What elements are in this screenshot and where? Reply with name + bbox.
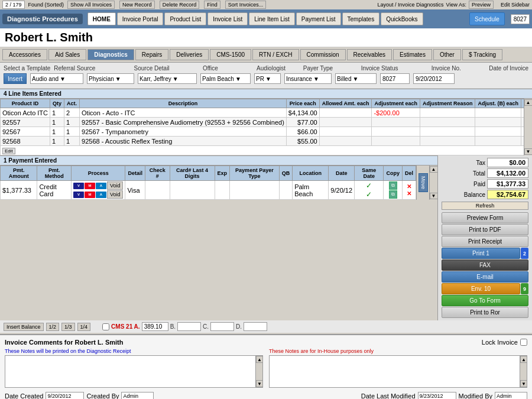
- payer-type-select[interactable]: Insurance▼: [284, 73, 332, 84]
- right-comment-textarea[interactable]: [269, 355, 520, 388]
- last-modified-input[interactable]: [418, 392, 456, 399]
- cms-a-input[interactable]: [142, 322, 168, 331]
- tab-invoice-list[interactable]: Invoice List: [207, 12, 248, 25]
- email-button[interactable]: E-mail: [442, 271, 528, 283]
- print-to-pdf-button[interactable]: Print to PDF: [442, 224, 528, 235]
- tab-templates[interactable]: Templates: [342, 12, 380, 25]
- col-del: Del: [402, 166, 416, 181]
- cell-qty: 1: [50, 127, 64, 137]
- patient-name: Robert L. Smith: [5, 31, 527, 44]
- cat-tab-cms1500[interactable]: CMS-1500: [210, 49, 251, 60]
- move-button[interactable]: Move: [419, 173, 428, 192]
- cms-checkbox[interactable]: [102, 323, 109, 330]
- env10-button[interactable]: Env. 10: [442, 283, 520, 294]
- void-button-2[interactable]: Void: [107, 190, 124, 199]
- invoice-number-display: 8027: [511, 14, 530, 24]
- office-label: Office: [203, 65, 218, 72]
- tab-schedule[interactable]: Schedule: [469, 12, 505, 25]
- cat-tab-tracking[interactable]: $ Tracking: [462, 49, 502, 60]
- cat-tab-aid-sales[interactable]: Aid Sales: [48, 49, 86, 60]
- left-scroll-down[interactable]: ▼: [256, 380, 263, 387]
- cell-description: 92568 - Acoustic Reflex Testing: [80, 137, 287, 146]
- modified-by-input[interactable]: [495, 392, 527, 399]
- print-to-ror-button[interactable]: Print to Ror: [442, 307, 528, 318]
- print-receipt-button[interactable]: Print Receipt: [442, 236, 528, 247]
- cat-tab-other[interactable]: Other: [433, 49, 461, 60]
- scroll-down-button[interactable]: ▼: [524, 148, 533, 155]
- audiologist-select[interactable]: PR▼: [254, 73, 281, 84]
- col-product-id: Product ID: [1, 99, 50, 108]
- invoice-no-input[interactable]: [380, 73, 410, 84]
- cat-tab-diagnostics[interactable]: Diagnostics: [87, 49, 134, 60]
- date-created-input[interactable]: [46, 392, 84, 399]
- payment-section: 1 Payment Entered Pmt. Amount Pmt. Metho…: [0, 155, 437, 320]
- preview-button[interactable]: Preview: [469, 1, 494, 9]
- tab-quickbooks[interactable]: QuickBooks: [381, 12, 423, 25]
- cat-tab-accessories[interactable]: Accessories: [2, 49, 47, 60]
- invoice-status-select[interactable]: Billed▼: [335, 73, 377, 84]
- table-row: 92567 1 1 92567 - Tympanometry $66.00 9/…: [1, 127, 524, 137]
- cat-tab-repairs[interactable]: Repairs: [135, 49, 168, 60]
- refresh-button[interactable]: Refresh: [442, 202, 528, 210]
- created-by-input[interactable]: [121, 392, 154, 399]
- go-to-form-button[interactable]: Go To Form: [442, 295, 528, 306]
- tab-product-list[interactable]: Product List: [164, 12, 206, 25]
- print1-button[interactable]: Print 1: [442, 248, 520, 259]
- left-comment-textarea[interactable]: [5, 355, 256, 388]
- source-detail-select[interactable]: Karr, Jeffrey▼: [138, 73, 197, 84]
- right-scroll-up[interactable]: ▲: [520, 356, 527, 363]
- invoice-form: Select a Template Referral Source Source…: [0, 63, 532, 89]
- template-select[interactable]: Audio and▼: [30, 73, 83, 84]
- delete-payment-1[interactable]: ✕: [404, 183, 414, 190]
- edit-button-empty[interactable]: Edit: [2, 148, 15, 154]
- show-all-invoices-button[interactable]: Show All Invoices: [67, 1, 115, 9]
- fraction-half-button[interactable]: 1/2: [46, 323, 60, 331]
- tab-payment-list[interactable]: Payment List: [296, 12, 341, 25]
- insert-button[interactable]: Insert: [4, 73, 27, 84]
- copy-button-1[interactable]: ⧉: [389, 181, 397, 190]
- find-button[interactable]: Find: [204, 1, 220, 9]
- col-qty: Qty: [50, 99, 64, 108]
- cell-adjustment: [372, 127, 420, 137]
- cat-tab-estimates[interactable]: Estimates: [393, 49, 432, 60]
- delete-record-button[interactable]: Delete Record: [160, 1, 200, 9]
- sort-invoices-button[interactable]: Sort Invoices...: [225, 1, 267, 9]
- cat-tab-commission[interactable]: Commission: [300, 49, 346, 60]
- date-input[interactable]: [413, 73, 455, 84]
- cat-tab-receivables[interactable]: Receivables: [347, 49, 392, 60]
- preview-form-button[interactable]: Preview Form: [442, 212, 528, 223]
- right-scroll-down[interactable]: ▼: [520, 380, 527, 387]
- bottom-controls: Insert Balance 1/2 1/3 1/4 CMS 21 A. B. …: [0, 320, 532, 333]
- cms-d-input[interactable]: [244, 322, 267, 331]
- edit-sidebar-label: Edit Sidebar: [501, 2, 530, 8]
- copy-button-2[interactable]: ⧉: [389, 190, 397, 199]
- tab-home[interactable]: HOME: [87, 12, 116, 25]
- col-pmt-method: Pmt. Method: [37, 166, 72, 181]
- table-row: 92568 1 1 92568 - Acoustic Reflex Testin…: [1, 137, 524, 146]
- lock-checkbox[interactable]: [520, 339, 527, 346]
- scroll-up-button[interactable]: ▲: [524, 99, 533, 106]
- tab-line-item-list[interactable]: Line Item List: [249, 12, 294, 25]
- cat-tab-deliveries[interactable]: Deliveries: [170, 49, 209, 60]
- fax-button[interactable]: FAX: [442, 259, 528, 271]
- payment-scroll-up[interactable]: ▲: [430, 166, 438, 173]
- cell-price: $55.00: [286, 137, 319, 146]
- fraction-third-button[interactable]: 1/3: [61, 323, 75, 331]
- cms-b-label: B.: [170, 323, 176, 330]
- delete-payment-2[interactable]: ✕: [404, 190, 414, 197]
- office-select[interactable]: Palm Beach▼: [200, 73, 251, 84]
- new-record-button[interactable]: New Record: [119, 1, 155, 9]
- cell-location: Palm Beach: [293, 181, 329, 200]
- left-scroll-up[interactable]: ▲: [256, 356, 263, 363]
- cms-b-input[interactable]: [177, 322, 201, 331]
- amex-icon-2: A: [96, 192, 106, 198]
- payment-scroll-down[interactable]: ▼: [430, 193, 438, 199]
- fraction-quarter-button[interactable]: 1/4: [77, 323, 91, 331]
- void-button-1[interactable]: Void: [107, 181, 124, 190]
- cms-c-input[interactable]: [210, 322, 234, 331]
- referral-source-select[interactable]: Physician▼: [87, 73, 134, 84]
- tab-invoice-portal[interactable]: Invoice Portal: [117, 12, 164, 25]
- cell-copy: ⧉ ⧉: [384, 181, 403, 200]
- cat-tab-rtn-exch[interactable]: RTN / EXCH: [252, 49, 299, 60]
- insert-balance-button[interactable]: Insert Balance: [4, 323, 44, 331]
